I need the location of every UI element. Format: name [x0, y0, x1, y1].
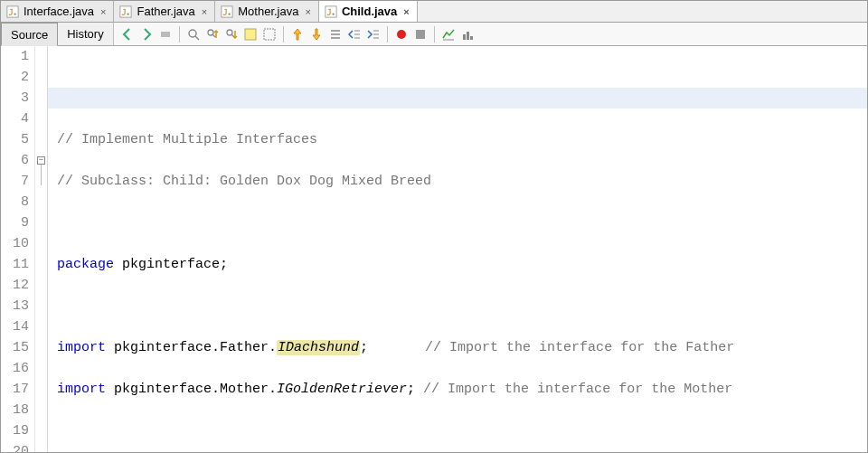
svg-point-24 [397, 30, 406, 39]
line-number: 2 [1, 67, 29, 88]
shift-down-icon[interactable] [308, 26, 325, 42]
code-comment: // Subclass: Child: Golden Dox Dog Mixed… [57, 174, 431, 189]
tab-interface[interactable]: Interface.java × [1, 1, 114, 22]
svg-rect-14 [264, 29, 275, 40]
nav-back-icon[interactable] [119, 26, 136, 42]
close-icon[interactable]: × [99, 6, 108, 17]
separator [283, 26, 284, 42]
find-icon[interactable] [185, 26, 202, 42]
svg-rect-28 [467, 32, 469, 40]
separator [387, 26, 388, 42]
svg-rect-6 [326, 5, 336, 16]
outdent-icon[interactable] [346, 26, 363, 42]
tab-label: Child.java [342, 5, 397, 18]
bars-icon[interactable] [459, 26, 476, 42]
subtab-history[interactable]: History [58, 23, 113, 45]
stop-icon[interactable] [412, 26, 429, 42]
line-number: 3 [1, 88, 29, 109]
svg-rect-4 [222, 5, 232, 16]
code-text: pkginterface; [114, 257, 228, 272]
svg-point-1 [14, 13, 15, 14]
fold-toggle-icon[interactable]: − [37, 156, 45, 165]
tab-label: Mother.java [238, 5, 298, 18]
close-icon[interactable]: × [303, 6, 312, 17]
svg-rect-13 [245, 29, 256, 40]
identifier: IGoldenRetriever [277, 382, 407, 397]
java-file-icon [6, 5, 19, 18]
code-comment: // Implement Multiple Interfaces [57, 132, 317, 147]
line-number: 9 [1, 212, 29, 233]
editor-toolbar [114, 23, 481, 45]
line-number: 13 [1, 296, 29, 316]
code-editor[interactable]: 1 2 3 4 5 6 7 8 9 10 11 12 13 14 15 16 1… [1, 46, 867, 453]
svg-point-9 [189, 30, 196, 37]
close-icon[interactable]: × [401, 6, 410, 17]
line-number: 19 [1, 420, 29, 441]
record-icon[interactable] [393, 26, 410, 42]
line-number: 14 [1, 316, 29, 337]
svg-point-7 [332, 13, 334, 14]
line-number: 18 [1, 400, 29, 420]
dash-icon[interactable] [157, 26, 174, 42]
tab-child[interactable]: Child.java × [319, 1, 418, 22]
java-file-icon [119, 5, 132, 18]
code-text: ; [360, 340, 368, 355]
line-number: 5 [1, 129, 29, 150]
svg-point-5 [229, 13, 231, 14]
java-file-icon [221, 5, 233, 18]
line-number: 6 [1, 150, 29, 171]
find-prev-icon[interactable] [204, 26, 221, 42]
line-number: 20 [1, 441, 29, 453]
shift-up-icon[interactable] [289, 26, 306, 42]
lines-icon[interactable] [327, 26, 344, 42]
svg-line-10 [195, 36, 199, 40]
svg-point-3 [127, 13, 129, 14]
chart-icon[interactable] [440, 26, 457, 42]
keyword: import [57, 382, 106, 397]
line-number: 16 [1, 358, 29, 379]
svg-rect-8 [161, 32, 170, 37]
code-comment: // Import the interface for the Mother [423, 382, 732, 397]
find-next-icon[interactable] [223, 26, 240, 42]
code-text: ; [407, 382, 423, 397]
separator [179, 26, 180, 42]
svg-rect-2 [120, 5, 131, 16]
tab-label: Father.java [137, 5, 194, 18]
line-number: 10 [1, 233, 29, 254]
current-line-highlight [48, 88, 867, 109]
svg-rect-29 [470, 36, 473, 40]
tab-mother[interactable]: Mother.java × [215, 1, 319, 22]
close-icon[interactable]: × [200, 6, 209, 17]
svg-rect-25 [416, 30, 425, 39]
svg-rect-0 [7, 5, 18, 16]
line-number: 12 [1, 275, 29, 296]
line-number: 17 [1, 379, 29, 400]
separator [434, 26, 435, 42]
keyword: package [57, 257, 114, 272]
line-number: 11 [1, 254, 29, 275]
highlighted-identifier: IDachshund [277, 340, 360, 355]
code-area[interactable]: // Implement Multiple Interfaces // Subc… [48, 46, 867, 453]
line-number: 4 [1, 109, 29, 129]
highlight-icon[interactable] [242, 26, 259, 42]
code-text: pkginterface.Mother. [106, 382, 277, 397]
subtab-source[interactable]: Source [1, 23, 58, 46]
line-number-gutter: 1 2 3 4 5 6 7 8 9 10 11 12 13 14 15 16 1… [1, 46, 35, 453]
code-text: pkginterface.Father. [106, 340, 277, 355]
code-comment: // Import the interface for the Father [425, 340, 734, 355]
svg-rect-27 [463, 34, 466, 40]
select-icon[interactable] [261, 26, 278, 42]
fold-guide [41, 165, 42, 185]
line-number: 1 [1, 46, 29, 67]
nav-fwd-icon[interactable] [138, 26, 155, 42]
fold-column: − [35, 46, 48, 453]
tab-label: Interface.java [24, 5, 94, 18]
line-number: 15 [1, 337, 29, 358]
line-number: 8 [1, 192, 29, 212]
java-file-icon [325, 5, 337, 18]
line-number: 7 [1, 171, 29, 192]
file-tabs-bar: Interface.java × Father.java × Mother.ja… [1, 1, 867, 23]
editor-toolbar-bar: Source History [1, 23, 867, 46]
indent-icon[interactable] [365, 26, 382, 42]
tab-father[interactable]: Father.java × [114, 1, 215, 22]
